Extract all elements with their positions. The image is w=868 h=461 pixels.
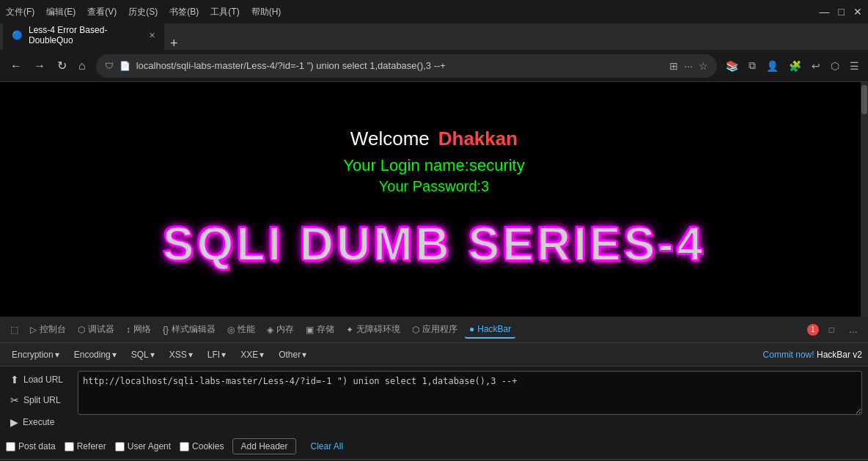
welcome-line: Welcome Dhakkan	[350, 128, 518, 150]
main-content: Welcome Dhakkan Your Login name:security…	[0, 82, 868, 317]
post-data-label: Post data	[18, 441, 56, 451]
window-controls[interactable]: — □ ✕	[820, 6, 862, 18]
customize-icon[interactable]: ⬡	[828, 57, 842, 75]
page-icon: 📄	[119, 61, 130, 71]
cookies-checkbox-label[interactable]: Cookies	[180, 441, 224, 451]
browser-menu-button[interactable]: ☰	[847, 57, 862, 75]
user-agent-checkbox[interactable]	[115, 442, 125, 451]
sql-label: SQL	[131, 350, 149, 360]
user-agent-checkbox-label[interactable]: User Agent	[115, 441, 171, 451]
hackbar-encoding-menu[interactable]: Encoding ▾	[68, 347, 122, 363]
devtools-console-button[interactable]: ▷ 控制台	[26, 320, 70, 339]
menu-help[interactable]: 帮助(H)	[251, 6, 282, 18]
load-url-icon: ⬆	[10, 374, 19, 386]
post-data-checkbox[interactable]	[6, 442, 15, 451]
menu-history[interactable]: 历史(S)	[128, 6, 158, 18]
menu-file[interactable]: 文件(F)	[6, 6, 34, 18]
devtools-style-editor-button[interactable]: {} 样式编辑器	[158, 320, 220, 339]
add-header-button[interactable]: Add Header	[232, 438, 295, 454]
menu-tools[interactable]: 工具(T)	[210, 6, 239, 18]
qr-icon[interactable]: ⊞	[669, 60, 678, 72]
devtools-memory-button[interactable]: ◈ 内存	[262, 320, 298, 339]
hackbar-xxe-menu[interactable]: XXE ▾	[235, 347, 270, 363]
more-icon[interactable]: ···	[684, 60, 693, 72]
hackbar-encryption-menu[interactable]: Encryption ▾	[6, 347, 65, 363]
commit-text: Commit now! HackBar v2	[763, 350, 862, 360]
new-tab-button[interactable]: +	[164, 37, 184, 50]
load-url-label: Load URL	[23, 375, 63, 385]
hackbar-action-buttons: ⬆ Load URL ✂ Split URL ▶ Execute	[6, 371, 72, 431]
devtools-inspect-button[interactable]: ⬚	[6, 322, 23, 338]
hackbar-xss-menu[interactable]: XSS ▾	[163, 347, 199, 363]
hackbar-menu: Encryption ▾ Encoding ▾ SQL ▾ XSS ▾ LFI …	[0, 343, 868, 366]
password-line: Your Password:3	[379, 178, 489, 195]
split-url-icon: ✂	[10, 394, 19, 406]
post-data-checkbox-label[interactable]: Post data	[6, 441, 56, 451]
tabs-icon[interactable]: ⧉	[746, 56, 759, 75]
welcome-label: Welcome	[350, 128, 430, 150]
bookmark-icon[interactable]: ☆	[699, 60, 708, 72]
maximize-button[interactable]: □	[839, 6, 845, 18]
hackbar-sql-menu[interactable]: SQL ▾	[125, 347, 161, 363]
url-textarea[interactable]	[78, 371, 862, 415]
devtools-dock-button[interactable]: □	[825, 322, 839, 338]
url-input[interactable]	[136, 60, 664, 71]
load-url-button[interactable]: ⬆ Load URL	[6, 371, 72, 388]
nav-right-actions: 📚 ⧉ 👤 🧩 ↩ ⬡ ☰	[723, 56, 862, 75]
devtools-toolbar: ⬚ ▷ 控制台 ⬡ 调试器 ↕ 网络 {} 样式编辑器 ◎ 性能 ◈ 内存 ▣ …	[0, 317, 868, 343]
menu-edit[interactable]: 编辑(E)	[46, 6, 76, 18]
error-notification-badge: 1	[807, 324, 819, 336]
encryption-label: Encryption	[12, 350, 54, 360]
undo-icon[interactable]: ↩	[809, 57, 823, 75]
referer-label: Referer	[77, 441, 106, 451]
cookies-checkbox[interactable]	[180, 442, 189, 451]
tab-label: Less-4 Error Based- DoubleQuo	[29, 25, 143, 45]
home-button[interactable]: ⌂	[74, 56, 90, 75]
execute-area: ▶ Execute	[6, 412, 72, 431]
scrollbar-thumb[interactable]	[861, 85, 867, 114]
extensions-icon[interactable]: 🧩	[786, 57, 804, 75]
menu-view[interactable]: 查看(V)	[87, 6, 117, 18]
menu-bar[interactable]: 文件(F) 编辑(E) 查看(V) 历史(S) 书签(B) 工具(T) 帮助(H…	[6, 6, 281, 18]
minimize-button[interactable]: —	[820, 6, 830, 18]
active-tab[interactable]: 🔵 Less-4 Error Based- DoubleQuo ✕	[3, 21, 164, 50]
username-display: Dhakkan	[438, 128, 518, 150]
devtools-network-button[interactable]: ↕ 网络	[122, 320, 155, 339]
account-icon[interactable]: 👤	[763, 57, 781, 75]
login-name-line: Your Login name:security	[343, 156, 524, 175]
user-agent-label: User Agent	[128, 441, 171, 451]
hackbar-other-menu[interactable]: Other ▾	[273, 347, 312, 363]
reload-button[interactable]: ↻	[53, 56, 71, 75]
hackbar-main: ⬆ Load URL ✂ Split URL ▶ Execute	[0, 366, 868, 435]
collections-icon[interactable]: 📚	[723, 57, 741, 75]
devtools-application-button[interactable]: ⬡ 应用程序	[408, 320, 462, 339]
sqli-dumb-title: SQLI DUMB SERIES-4	[163, 217, 706, 271]
xss-label: XSS	[169, 350, 187, 360]
url-bar: 🛡 📄 ⊞ ··· ☆	[96, 54, 717, 78]
execute-button[interactable]: ▶ Execute	[6, 413, 59, 431]
referer-checkbox-label[interactable]: Referer	[65, 441, 106, 451]
tab-close-button[interactable]: ✕	[149, 31, 155, 40]
cookies-label: Cookies	[192, 441, 224, 451]
devtools-right-actions: 1 □ …	[807, 322, 862, 338]
security-shield-icon: 🛡	[105, 61, 114, 71]
clear-all-button[interactable]: Clear All	[305, 439, 350, 454]
hackbar-lfi-menu[interactable]: LFI ▾	[202, 347, 232, 363]
page-scrollbar[interactable]	[861, 82, 868, 317]
devtools-accessibility-button[interactable]: ✦ 无障碍环境	[342, 320, 405, 339]
lfi-label: LFI	[207, 350, 220, 360]
other-label: Other	[279, 350, 301, 360]
devtools-storage-button[interactable]: ▣ 存储	[301, 320, 339, 339]
back-button[interactable]: ←	[6, 56, 26, 75]
forward-button[interactable]: →	[29, 56, 50, 75]
devtools-more-button[interactable]: …	[845, 322, 862, 338]
xxe-label: XXE	[240, 350, 258, 360]
devtools-performance-button[interactable]: ◎ 性能	[223, 320, 260, 339]
hackbar-tab-button[interactable]: ● HackBar	[465, 321, 515, 339]
close-button[interactable]: ✕	[853, 6, 862, 18]
nav-bar: ← → ↻ ⌂ 🛡 📄 ⊞ ··· ☆ 📚 ⧉ 👤 🧩 ↩ ⬡ ☰	[0, 50, 868, 82]
menu-bookmarks[interactable]: 书签(B)	[169, 6, 199, 18]
referer-checkbox[interactable]	[65, 442, 74, 451]
devtools-debugger-button[interactable]: ⬡ 调试器	[73, 320, 119, 339]
split-url-button[interactable]: ✂ Split URL	[6, 391, 72, 409]
